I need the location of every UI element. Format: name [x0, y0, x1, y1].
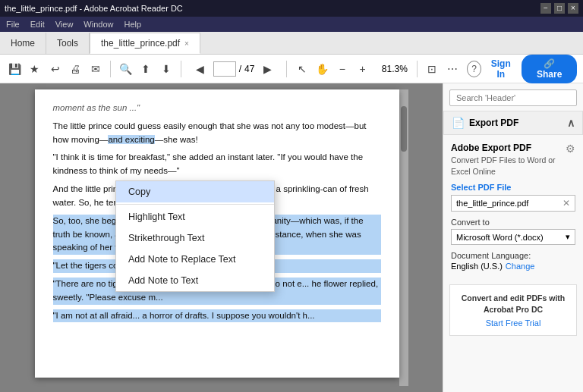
ctx-add-note-replace[interactable]: Add Note to Replace Text: [116, 249, 274, 270]
sign-in-button[interactable]: Sign In: [487, 58, 514, 80]
close-button[interactable]: ×: [568, 3, 578, 14]
highlighted-text: and exciting: [108, 135, 154, 144]
lang-change-button[interactable]: Change: [506, 262, 535, 271]
ctx-add-note-label: Add Note to Text: [128, 275, 198, 286]
convert-to-dropdown[interactable]: Microsoft Word (*.docx) ▾: [451, 229, 575, 245]
bookmark-icon[interactable]: ★: [27, 59, 44, 79]
email-icon[interactable]: ✉: [87, 59, 105, 79]
maximize-button[interactable]: □: [554, 3, 565, 14]
page-nav: ◀ 15 / 47 ▶: [191, 59, 278, 79]
download-icon[interactable]: ⬇: [157, 59, 175, 79]
ctx-highlight[interactable]: Highlight Text: [116, 206, 274, 227]
upload-icon[interactable]: ⬆: [137, 59, 155, 79]
zoom-out-icon[interactable]: −: [334, 59, 351, 79]
tab-doc-label: the_little_prince.pdf: [101, 38, 180, 49]
action-bar: 💾 ★ ↩ 🖨 ✉ 🔍 ⬆ ⬇ ◀ 15 / 47 ▶ ↖ ✋ − + 81.3…: [0, 55, 583, 83]
pdf-para-2: "I think it is time for breakfast," she …: [53, 151, 381, 178]
export-title: Export PDF: [469, 118, 518, 128]
pdf-export-icon: 📄: [452, 117, 465, 129]
menu-file[interactable]: File: [6, 20, 20, 29]
menu-edit[interactable]: Edit: [30, 20, 45, 29]
menu-bar: File Edit View Window Help: [0, 17, 583, 32]
ctx-copy-label: Copy: [128, 187, 150, 197]
panel-search-input[interactable]: [449, 89, 577, 106]
prev-page-button[interactable]: ◀: [191, 59, 210, 79]
separator-1: [110, 61, 111, 77]
separator-2: [181, 61, 181, 77]
pdf-scrollbar[interactable]: [399, 89, 408, 386]
dropdown-chevron: ▾: [566, 232, 570, 242]
convert-to-label: Convert to: [451, 218, 575, 227]
ctx-strikethrough[interactable]: Strikethrough Text: [116, 227, 274, 249]
ctx-add-note-replace-label: Add Note to Replace Text: [128, 254, 236, 265]
menu-window[interactable]: Window: [84, 20, 113, 29]
pdf-para-0: moment as the sun ...": [53, 102, 381, 115]
minimize-button[interactable]: −: [540, 3, 551, 14]
undo-icon[interactable]: ↩: [46, 59, 64, 79]
zoom-in-icon[interactable]: +: [354, 59, 371, 79]
lang-row: English (U.S.) Change: [451, 262, 575, 271]
pdf-area[interactable]: moment as the sun ..." The little prince…: [0, 83, 443, 392]
right-panel: 📄 Export PDF ∧ Adobe Export PDF Convert …: [443, 83, 583, 392]
menu-view[interactable]: View: [55, 20, 74, 29]
export-body-title: Adobe Export PDF: [451, 143, 566, 153]
fit-page-icon[interactable]: ⊡: [424, 59, 441, 79]
ctx-highlight-label: Highlight Text: [128, 212, 185, 222]
lang-value: English (U.S.): [451, 262, 503, 271]
zoom-level: 81.3%: [377, 64, 408, 74]
promo-box: Convert and edit PDFs with Acrobat Pro D…: [449, 284, 577, 335]
context-menu: Copy Highlight Text Strikethrough Text A…: [115, 180, 275, 292]
remove-file-button[interactable]: ✕: [563, 198, 570, 209]
title-bar-controls: − □ ×: [540, 3, 578, 14]
ctx-add-note[interactable]: Add Note to Text: [116, 270, 274, 291]
title-bar: the_little_prince.pdf - Adobe Acrobat Re…: [0, 0, 583, 17]
panel-search: [449, 89, 577, 106]
pdf-para-7: "I am not at all afraid... a horror of d…: [53, 309, 381, 323]
pdf-filename-display: the_little_prince.pdf ✕: [451, 195, 575, 212]
save-icon[interactable]: 💾: [6, 59, 24, 79]
tab-tools-label: Tools: [57, 38, 78, 49]
total-pages: 47: [244, 64, 254, 74]
more-tools-icon[interactable]: ⋯: [443, 59, 461, 79]
expand-icon[interactable]: ∧: [567, 117, 575, 129]
print-icon[interactable]: 🖨: [67, 59, 84, 79]
app-title: the_little_prince.pdf - Adobe Acrobat Re…: [5, 4, 183, 13]
help-button[interactable]: ?: [467, 61, 481, 77]
tab-bar: Home Tools the_little_prince.pdf ×: [0, 32, 583, 55]
convert-option-label: Microsoft Word (*.docx): [456, 233, 544, 242]
hand-tool[interactable]: ✋: [314, 59, 331, 79]
select-pdf-label[interactable]: Select PDF File: [451, 183, 575, 192]
ctx-separator-1: [116, 204, 274, 205]
share-label: Share: [537, 69, 562, 80]
export-header[interactable]: 📄 Export PDF ∧: [443, 111, 583, 135]
menu-help[interactable]: Help: [124, 20, 141, 29]
separator-4: [417, 61, 418, 77]
separator-3: [286, 61, 287, 77]
ctx-strikethrough-label: Strikethrough Text: [128, 233, 205, 243]
tab-home-label: Home: [11, 38, 35, 49]
promo-text: Convert and edit PDFs with Acrobat Pro D…: [456, 293, 570, 315]
search-icon[interactable]: 🔍: [117, 59, 134, 79]
export-body: Adobe Export PDF Convert PDF Files to Wo…: [443, 135, 583, 278]
pdf-filename-text: the_little_prince.pdf: [456, 199, 528, 208]
pdf-para-1: The little prince could guess easily eno…: [53, 120, 381, 147]
next-page-button[interactable]: ▶: [257, 59, 277, 79]
tab-tools[interactable]: Tools: [46, 33, 90, 54]
tab-document[interactable]: the_little_prince.pdf ×: [90, 33, 200, 54]
export-desc: Convert PDF Files to Word or Excel Onlin…: [451, 155, 566, 177]
lang-label: Document Language:: [451, 251, 575, 260]
export-settings-icon[interactable]: ⚙: [566, 143, 575, 155]
scroll-thumb[interactable]: [401, 106, 407, 152]
page-separator: /: [239, 64, 241, 74]
cursor-tool[interactable]: ↖: [293, 59, 310, 79]
tab-home[interactable]: Home: [0, 33, 46, 54]
ctx-copy[interactable]: Copy: [116, 181, 274, 202]
page-number-input[interactable]: 15: [213, 61, 236, 77]
share-icon: 🔗: [544, 58, 555, 69]
free-trial-link[interactable]: Start Free Trial: [486, 318, 541, 328]
tab-close-button[interactable]: ×: [184, 39, 189, 48]
main-content: moment as the sun ..." The little prince…: [0, 83, 583, 392]
share-button[interactable]: 🔗 Share: [522, 55, 577, 83]
